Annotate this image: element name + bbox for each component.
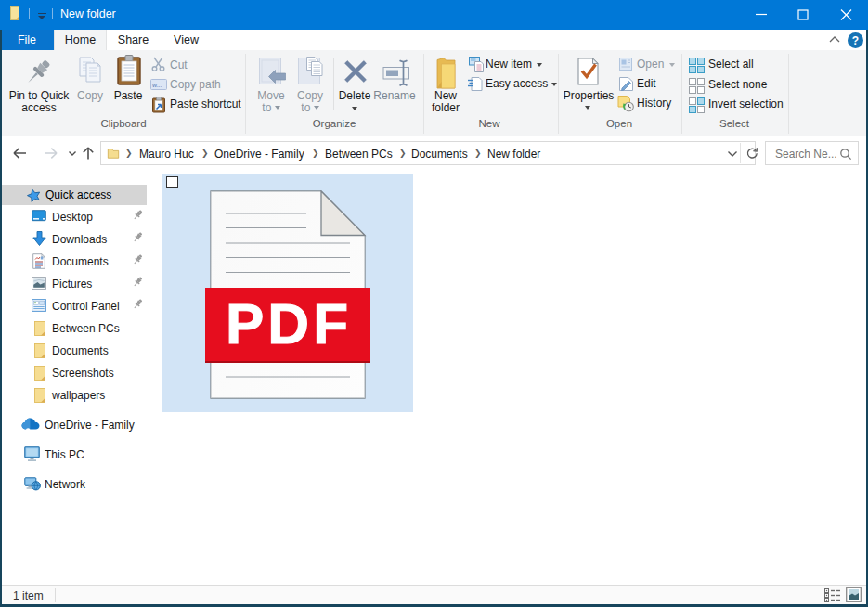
svg-text:w...: w...	[151, 82, 162, 88]
svg-text:?: ?	[852, 34, 859, 47]
